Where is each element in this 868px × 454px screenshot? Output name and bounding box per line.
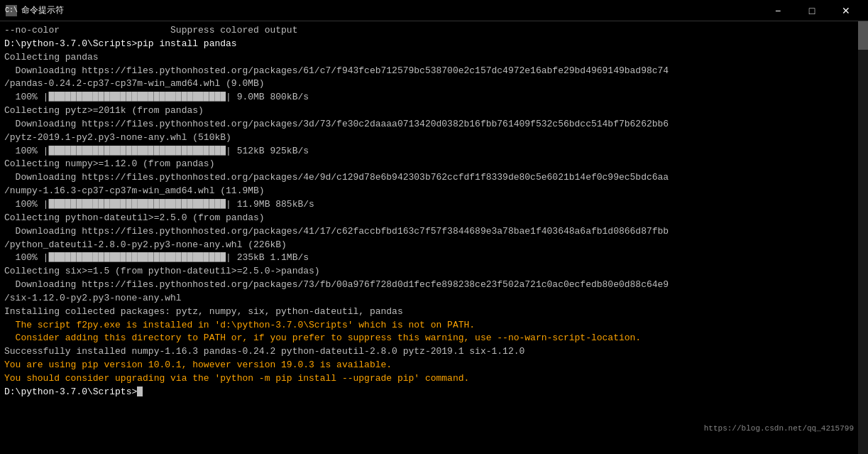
terminal-line: /pytz-2019.1-py2.py3-none-any.whl (510kB… xyxy=(4,131,864,145)
terminal-line: D:\python-3.7.0\Scripts>pip install pand… xyxy=(4,38,864,51)
terminal-line: Successfully installed numpy-1.16.3 pand… xyxy=(4,345,864,359)
terminal-line: Downloading https://files.pythonhosted.o… xyxy=(4,171,864,185)
window-controls: − □ ✕ xyxy=(762,0,862,21)
window-title: 命令提示符 xyxy=(21,4,762,16)
terminal-line: Downloading https://files.pythonhosted.o… xyxy=(4,279,864,292)
terminal-line: 100% |████████████████████████████████| … xyxy=(4,145,864,158)
terminal-line: You are using pip version 10.0.1, howeve… xyxy=(4,359,864,372)
terminal-line: Collecting pandas xyxy=(4,51,864,65)
terminal-output: --no-color Suppress colored outputD:\pyt… xyxy=(4,24,864,399)
terminal-line: Collecting pytz>=2011k (from pandas) xyxy=(4,104,864,118)
titlebar: C:\ 命令提示符 − □ ✕ xyxy=(0,0,868,21)
terminal-line: /six-1.12.0-py2.py3-none-any.whl xyxy=(4,292,864,306)
cmd-icon: C:\ xyxy=(6,5,17,16)
terminal-line: 100% |████████████████████████████████| … xyxy=(4,91,864,104)
scrollbar[interactable] xyxy=(858,21,868,454)
scrollbar-thumb[interactable] xyxy=(858,21,868,50)
watermark: https://blog.csdn.net/qq_4215799 xyxy=(704,424,854,433)
terminal-line: Downloading https://files.pythonhosted.o… xyxy=(4,65,864,78)
terminal-line: Collecting numpy>=1.12.0 (from pandas) xyxy=(4,158,864,171)
terminal-line: /pandas-0.24.2-cp37-cp37m-win_amd64.whl … xyxy=(4,77,864,91)
minimize-button[interactable]: − xyxy=(762,0,794,21)
close-button[interactable]: ✕ xyxy=(830,0,862,21)
terminal-line: --no-color Suppress colored output xyxy=(4,24,864,38)
cursor xyxy=(137,387,143,396)
terminal-line: The script f2py.exe is installed in 'd:\… xyxy=(4,319,864,333)
cmd-window: C:\ 命令提示符 − □ ✕ --no-color Suppress colo… xyxy=(0,0,868,454)
terminal-body[interactable]: --no-color Suppress colored outputD:\pyt… xyxy=(0,21,868,454)
terminal-line: Collecting six>=1.5 (from python-dateuti… xyxy=(4,265,864,279)
terminal-line: D:\python-3.7.0\Scripts> xyxy=(4,386,864,399)
terminal-line: Installing collected packages: pytz, num… xyxy=(4,306,864,319)
terminal-line: 100% |████████████████████████████████| … xyxy=(4,252,864,265)
terminal-line: 100% |████████████████████████████████| … xyxy=(4,198,864,212)
terminal-line: Collecting python-dateutil>=2.5.0 (from … xyxy=(4,212,864,225)
terminal-line: /numpy-1.16.3-cp37-cp37m-win_amd64.whl (… xyxy=(4,185,864,198)
terminal-line: Consider adding this directory to PATH o… xyxy=(4,332,864,345)
terminal-line: You should consider upgrading via the 'p… xyxy=(4,372,864,386)
terminal-line: Downloading https://files.pythonhosted.o… xyxy=(4,118,864,131)
terminal-line: /python_dateutil-2.8.0-py2.py3-none-any.… xyxy=(4,239,864,252)
terminal-line: Downloading https://files.pythonhosted.o… xyxy=(4,225,864,239)
maximize-button[interactable]: □ xyxy=(796,0,828,21)
